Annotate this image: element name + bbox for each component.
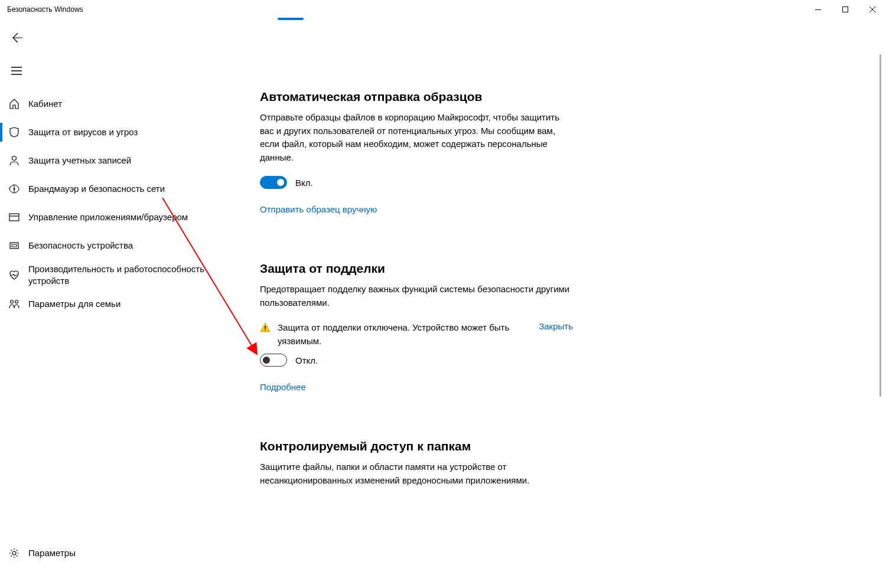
svg-point-8 [11,300,14,303]
app-browser-icon [0,211,28,223]
sidebar-item-label: Производительность и работоспособность у… [28,263,241,286]
sidebar-item-label: Брандмауэр и безопасность сети [28,183,177,195]
titlebar: Безопасность Windows [0,0,886,19]
window-controls [804,0,886,19]
section-title-sample-submission: Автоматическая отправка образцов [260,90,573,104]
maximize-button[interactable] [832,0,859,19]
link-submit-sample-manually[interactable]: Отправить образец вручную [260,204,377,214]
family-icon [0,298,28,310]
warning-icon [260,322,271,335]
svg-point-3 [14,188,15,190]
home-icon [0,98,28,110]
svg-rect-1 [843,7,848,12]
toggle-tamper-protection[interactable] [260,354,287,367]
person-icon [0,155,28,166]
sidebar-item-firewall[interactable]: Брандмауэр и безопасность сети [0,175,241,203]
section-title-tamper-protection: Защита от подделки [260,262,573,276]
sidebar-item-label: Управление приложениями/браузером [28,211,200,223]
sidebar-item-device-security[interactable]: Безопасность устройства [0,231,241,260]
firewall-icon [0,183,28,195]
close-button[interactable] [859,0,886,19]
toggle-state-label: Вкл. [295,178,313,188]
sidebar-item-label: Параметры для семьи [28,298,132,310]
sidebar: Кабинет Защита от вирусов и угроз Защита… [0,19,241,588]
section-title-controlled-folder-access: Контролируемый доступ к папкам [260,439,573,453]
scrollbar[interactable] [880,54,881,397]
svg-point-10 [12,551,16,555]
accent-bar [278,18,304,20]
sidebar-item-settings[interactable]: Параметры [0,539,241,567]
svg-point-9 [15,300,18,303]
section-desc: Предотвращает подделку важных функций си… [260,283,573,309]
sidebar-item-label: Защита от вирусов и угроз [28,126,149,138]
window-title: Безопасность Windows [7,5,83,14]
device-security-icon [0,240,28,251]
link-dismiss-warning[interactable]: Закрыть [539,321,573,331]
sidebar-item-label: Параметры [28,547,87,559]
svg-rect-7 [12,244,17,247]
svg-point-2 [12,156,17,161]
toggle-state-label: Откл. [295,355,318,365]
warning-text: Защита от подделки отключена. Устройство… [278,321,532,348]
toggle-sample-submission[interactable] [260,176,287,189]
back-button[interactable] [2,24,31,52]
sidebar-item-family-options[interactable]: Параметры для семьи [0,290,241,318]
sidebar-item-app-browser-control[interactable]: Управление приложениями/браузером [0,203,241,231]
content-area: Автоматическая отправка образцов Отправь… [241,19,886,588]
svg-rect-12 [265,330,266,331]
svg-rect-11 [265,326,266,329]
sidebar-item-label: Кабинет [28,98,74,110]
link-learn-more-tamper[interactable]: Подробнее [260,382,306,392]
section-desc: Защитите файлы, папки и области памяти н… [260,460,573,487]
shield-icon [0,126,28,138]
minimize-button[interactable] [804,0,832,19]
gear-icon [0,547,28,559]
heart-icon [0,269,28,281]
section-desc: Отправьте образцы файлов в корпорацию Ма… [260,111,573,164]
sidebar-item-home[interactable]: Кабинет [0,90,241,118]
svg-rect-6 [10,243,18,249]
sidebar-item-label: Защита учетных записей [28,155,143,166]
sidebar-item-device-performance[interactable]: Производительность и работоспособность у… [0,260,241,290]
svg-rect-0 [815,9,821,10]
svg-rect-4 [9,214,19,221]
nav-list: Кабинет Защита от вирусов и угроз Защита… [0,90,241,539]
sidebar-item-virus-protection[interactable]: Защита от вирусов и угроз [0,118,241,146]
warning-tamper-disabled: Защита от подделки отключена. Устройство… [260,321,573,348]
sidebar-item-account-protection[interactable]: Защита учетных записей [0,146,241,175]
hamburger-button[interactable] [2,57,31,85]
sidebar-item-label: Безопасность устройства [28,240,145,251]
